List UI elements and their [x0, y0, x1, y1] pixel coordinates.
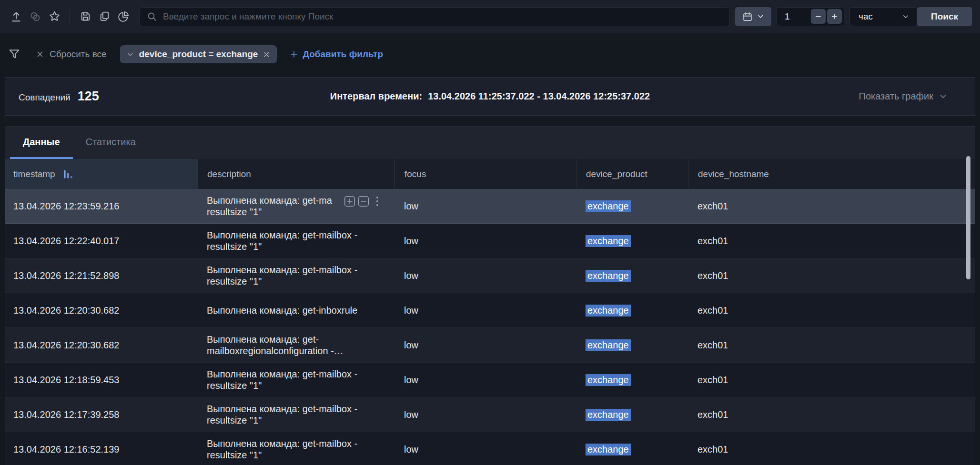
table-row[interactable]: 13.04.2026 12:16:52.139 Выполнена команд… [5, 432, 975, 465]
column-header-focus[interactable]: focus [394, 159, 576, 189]
cell-device-product: exchange [576, 397, 688, 432]
cell-focus: low [394, 189, 576, 223]
row-actions [344, 196, 379, 207]
results-summary-bar: Совпадений 125 Интервал времени: 13.04.2… [5, 77, 975, 116]
cell-timestamp: 13.04.2026 12:16:52.139 [5, 432, 197, 465]
cell-device-product: exchange [576, 293, 688, 327]
cell-description: Выполнена команда: get-mailbox - results… [197, 258, 394, 293]
filter-chip-device-product[interactable]: device_product = exchange [120, 45, 277, 63]
increment-button[interactable] [827, 9, 842, 24]
kebab-menu-icon[interactable] [376, 196, 379, 207]
show-chart-toggle[interactable]: Показать график [859, 91, 948, 102]
device-product-highlight: exchange [586, 444, 631, 455]
cell-timestamp: 13.04.2026 12:17:39.258 [5, 397, 197, 432]
cell-timestamp: 13.04.2026 12:20:30.682 [5, 328, 197, 362]
table-row[interactable]: 13.04.2026 12:20:30.682 Выполнена команд… [5, 293, 975, 328]
column-label: device_product [586, 169, 647, 179]
description-text: Выполнена команда: get-mailbox - results… [207, 264, 365, 287]
chevron-down-icon [902, 13, 909, 20]
remove-filter-icon[interactable] [263, 51, 270, 58]
cell-description: Выполнена команда: get-ma resultsize "1" [197, 189, 394, 223]
matches-count: 125 [78, 89, 99, 104]
time-interval-value: 13.04.2026 11:25:37.022 - 13.04.2026 12:… [428, 91, 650, 102]
description-text: Выполнена команда: get-inboxrule [207, 305, 365, 316]
star-icon [48, 10, 61, 23]
cell-device-product: exchange [576, 328, 688, 362]
description-text: Выполнена команда: get-mailbox - results… [207, 403, 365, 426]
cell-timestamp: 13.04.2026 12:20:30.682 [5, 293, 197, 327]
table-row[interactable]: 13.04.2026 12:23:59.216 Выполнена команд… [5, 189, 975, 224]
cell-device-product: exchange [576, 224, 688, 258]
column-header-device-hostname[interactable]: device_hostname [688, 159, 975, 189]
filter-chip-label: device_product = exchange [139, 49, 258, 59]
expand-plus-icon[interactable] [344, 196, 355, 207]
cell-focus: low [394, 397, 576, 432]
cell-device-hostname: exch01 [688, 224, 975, 258]
column-header-description[interactable]: description [197, 159, 394, 189]
device-product-highlight: exchange [586, 270, 631, 282]
column-header-device-product[interactable]: device_product [576, 159, 688, 189]
description-text: Выполнена команда: get-ma resultsize "1" [207, 195, 365, 218]
toolbar-divider [70, 9, 70, 24]
cell-description: Выполнена команда: get-inboxrule [197, 293, 394, 327]
cell-description: Выполнена команда: get-mailbox - results… [197, 432, 394, 465]
vertical-scrollbar-thumb[interactable] [966, 156, 970, 279]
cell-description: Выполнена команда: get-mailbox - results… [197, 397, 394, 432]
reset-all-label: Сбросить все [50, 49, 107, 59]
favorite-button[interactable] [45, 7, 64, 26]
search-input[interactable] [163, 11, 723, 22]
minus-icon [815, 13, 822, 20]
tab-data-label: Данные [23, 137, 60, 148]
add-filter-button[interactable]: Добавить фильтр [290, 49, 383, 59]
search-button-label: Поиск [931, 11, 958, 22]
link-events-button[interactable] [26, 7, 45, 26]
close-icon [36, 50, 44, 58]
cell-device-product: exchange [576, 363, 688, 397]
upload-button[interactable] [7, 7, 26, 26]
cell-device-product: exchange [576, 189, 688, 223]
column-header-timestamp[interactable]: timestamp [5, 159, 197, 189]
chevron-down-icon [939, 92, 947, 100]
cell-timestamp: 13.04.2026 12:23:59.216 [5, 189, 197, 223]
topbar: час Поиск [0, 0, 980, 33]
table-row[interactable]: 13.04.2026 12:21:52.898 Выполнена команд… [5, 258, 975, 293]
table-row[interactable]: 13.04.2026 12:18:59.453 Выполнена команд… [5, 363, 975, 397]
description-text: Выполнена команда: get-mailbox - results… [207, 438, 365, 461]
interval-count-input[interactable] [785, 11, 808, 22]
pie-chart-icon [117, 10, 130, 23]
filter-funnel-icon [8, 48, 21, 61]
interval-unit-select[interactable]: час [849, 7, 917, 26]
cell-description: Выполнена команда: get-mailbox - results… [197, 363, 394, 397]
collapse-minus-icon[interactable] [358, 196, 369, 207]
cell-timestamp: 13.04.2026 12:22:40.017 [5, 224, 197, 258]
interval-stepper [777, 7, 844, 26]
filter-bar: Сбросить все device_product = exchange Д… [0, 33, 980, 75]
cell-focus: low [394, 432, 576, 465]
chart-button[interactable] [114, 7, 133, 26]
table-row[interactable]: 13.04.2026 12:20:30.682 Выполнена команд… [5, 328, 975, 363]
table-row[interactable]: 13.04.2026 12:22:40.017 Выполнена команд… [5, 224, 975, 258]
tabs-bar: Данные Статистика [5, 127, 975, 159]
table-row[interactable]: 13.04.2026 12:17:39.258 Выполнена команд… [5, 397, 975, 432]
cell-device-product: exchange [576, 432, 688, 465]
column-label: timestamp [13, 169, 55, 179]
plus-icon [831, 13, 838, 20]
matches-label: Совпадений [19, 92, 71, 103]
search-icon [146, 11, 158, 22]
copy-button[interactable] [95, 7, 114, 26]
sort-descending-icon [63, 169, 74, 179]
cell-device-product: exchange [576, 258, 688, 293]
cell-description: Выполнена команда: get-mailbox - results… [197, 224, 394, 258]
cell-focus: low [394, 328, 576, 362]
save-query-button[interactable] [76, 7, 95, 26]
chevron-down-icon[interactable] [127, 51, 134, 58]
tab-data[interactable]: Данные [10, 127, 73, 159]
cell-device-hostname: exch01 [688, 189, 975, 223]
search-button[interactable]: Поиск [917, 7, 972, 26]
decrement-button[interactable] [811, 9, 826, 24]
results-card: Данные Статистика timestamp description … [5, 126, 975, 465]
device-product-highlight: exchange [586, 200, 631, 212]
calendar-button[interactable] [735, 7, 771, 26]
tab-statistics[interactable]: Статистика [73, 127, 149, 159]
reset-all-filters-button[interactable]: Сбросить все [36, 49, 107, 59]
